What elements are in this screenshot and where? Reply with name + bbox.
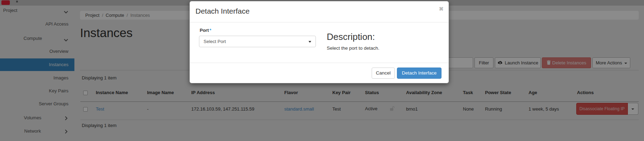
description-text: Select the port to detach. [327, 45, 379, 51]
required-asterisk: * [210, 28, 211, 33]
detach-interface-button[interactable]: Detach Interface [397, 68, 441, 79]
port-label: Port* [200, 28, 211, 33]
modal-footer-divider [190, 63, 449, 63]
port-select-value: Select Port [204, 36, 226, 47]
cancel-button[interactable]: Cancel [372, 68, 395, 79]
caret-down-icon [308, 41, 311, 43]
close-icon[interactable]: ✖ [439, 6, 444, 12]
modal-header-divider [190, 22, 449, 22]
port-label-text: Port [200, 28, 209, 33]
modal-title: Detach Interface [195, 7, 250, 15]
port-select[interactable]: Select Port [199, 36, 316, 47]
horizon-dashboard: Project API Access Compute Overview Inst… [0, 0, 644, 141]
description-heading: Description: [327, 31, 375, 42]
detach-interface-modal: Detach Interface ✖ Port* Select Port Des… [190, 1, 449, 83]
